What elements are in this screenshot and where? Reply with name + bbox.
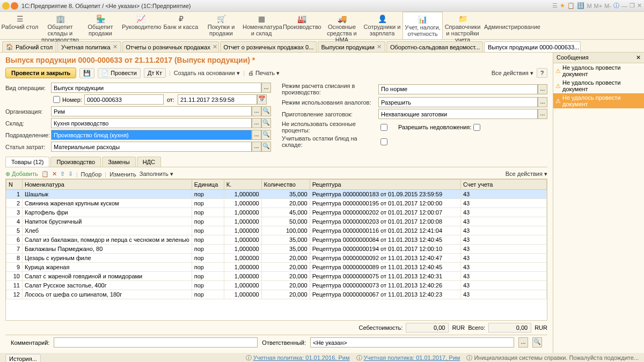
move-up-icon[interactable]: ⇧ <box>60 171 65 178</box>
m-minus-icon[interactable]: M- <box>604 3 611 9</box>
menu-assets[interactable]: 🚚Основные средства и НМА <box>322 12 362 39</box>
tab-retail-report[interactable]: Отчет о розничных продажах 0...✕ <box>220 41 317 52</box>
search-icon[interactable]: 🔍 <box>532 337 542 348</box>
prep-input[interactable] <box>378 109 538 119</box>
add-button[interactable]: ⊕ Добавить <box>5 171 38 178</box>
m-plus-icon[interactable]: M+ <box>594 3 603 9</box>
menu-purchases[interactable]: 🛒Покупки и продажи <box>201 12 241 39</box>
dropdown-icon[interactable]: ... <box>538 97 547 107</box>
table-row[interactable]: 9Курица жаренаяпор1,00000020,000Рецептур… <box>6 263 547 272</box>
menu-nomenclature[interactable]: ▦Номенклатура и склад <box>241 12 282 39</box>
close-icon[interactable]: ✕ <box>316 43 316 50</box>
tab-production[interactable]: Производство <box>50 157 101 167</box>
m-icon[interactable]: M <box>587 3 591 9</box>
shortage-checkbox[interactable] <box>473 124 480 131</box>
search-icon[interactable]: 🔍 <box>261 130 271 140</box>
table-row[interactable]: 5Хлебпор1,000000100,000Рецептура 0000000… <box>6 226 547 235</box>
menu-production[interactable]: 🏭Производство <box>282 12 322 39</box>
info-icon[interactable]: ⓘ <box>613 2 619 10</box>
col-unit[interactable]: Единица <box>192 180 224 190</box>
col-account[interactable]: Счет учета <box>461 180 547 190</box>
tab-desktop[interactable]: 🏠Рабочий стол <box>2 41 56 52</box>
all-actions-button[interactable]: Все действия ▾ <box>492 70 533 77</box>
tab-retail-reports[interactable]: Отчеты о розничных продажах✕ <box>122 41 219 52</box>
message-item[interactable]: ⚠Не удалось провести документ <box>553 93 644 108</box>
select-icon[interactable]: ... <box>252 130 261 140</box>
dropdown-icon[interactable]: ... <box>261 83 271 93</box>
tab-releases[interactable]: Выпуски продукции✕ <box>318 41 385 52</box>
close-icon[interactable]: ✕ <box>113 43 118 50</box>
col-coef[interactable]: К. <box>224 180 261 190</box>
table-row[interactable]: 10Салат с жареной говядиной и помидорами… <box>6 272 547 281</box>
tab-balance[interactable]: Оборотно-сальдовая ведомост...✕ <box>386 41 483 52</box>
close-icon[interactable]: ✕ <box>636 54 641 61</box>
table-row[interactable]: 8Цезарь с куриным филепор1,00000020,000Р… <box>6 254 547 263</box>
message-item[interactable]: ⚠Не удалось провести документ <box>553 78 644 93</box>
calc-mode-input[interactable] <box>378 84 538 94</box>
favorite-icon[interactable]: ★ <box>560 2 565 9</box>
toolbar-icon[interactable]: ☰ <box>552 2 558 9</box>
menu-accounting[interactable]: 📊Учет, налоги, отчетность <box>402 12 443 39</box>
remains-checkbox[interactable] <box>380 138 387 145</box>
table-row[interactable]: 4Напиток брусничныйпор1,00000050,000Реце… <box>6 217 547 226</box>
toolbar-icon[interactable]: 🔢 <box>577 2 584 9</box>
table-row[interactable]: 7Баклажаны Пармеджано, 80пор1,00000035,0… <box>6 245 547 254</box>
select-icon[interactable]: ... <box>252 118 261 128</box>
help-icon[interactable]: ? <box>537 68 547 78</box>
menu-sales[interactable]: 🏪Общепит продажи <box>80 12 121 39</box>
toolbar-icon[interactable]: 📋 <box>567 2 575 9</box>
dropdown-icon[interactable]: ... <box>538 109 547 119</box>
menu-desktop[interactable]: ☰Рабочий стол <box>0 12 40 39</box>
table-row[interactable]: 11Салат Русское застолье, 400гпор1,00000… <box>6 281 547 290</box>
dropdown-icon[interactable]: ... <box>538 84 547 94</box>
expense-input[interactable] <box>51 142 252 152</box>
tab-release-doc[interactable]: Выпуск продукции 0000-000633...✕ <box>484 41 581 52</box>
col-nomenclature[interactable]: Номенклатура <box>23 180 192 190</box>
table-row[interactable]: 3Картофель фрипор1,00000045,000Рецептура… <box>6 208 547 217</box>
tab-goods[interactable]: Товары (12) <box>5 157 49 167</box>
comment-input[interactable] <box>54 337 258 348</box>
number-input[interactable] <box>84 94 164 105</box>
post-button[interactable]: 📄 Провести <box>98 68 141 78</box>
save-button[interactable]: 💾 <box>79 68 94 78</box>
date-input[interactable] <box>178 94 257 105</box>
close-icon[interactable]: ✕ <box>637 2 642 9</box>
maximize-icon[interactable]: ❐ <box>630 2 635 9</box>
message-item[interactable]: ⚠Не удалось провести документ <box>553 63 644 78</box>
close-icon[interactable]: ✕ <box>213 43 217 50</box>
post-close-button[interactable]: Провести и закрыть <box>5 68 76 78</box>
responsible-input[interactable] <box>310 337 514 348</box>
tab-policy[interactable]: Учетная политика✕ <box>57 41 121 52</box>
search-icon[interactable]: 🔍 <box>261 106 271 116</box>
col-n[interactable]: N <box>6 180 23 190</box>
organization-input[interactable] <box>51 106 252 116</box>
warehouse-input[interactable] <box>51 118 252 128</box>
tab-vat[interactable]: НДС <box>137 157 161 167</box>
tab-replacements[interactable]: Замены <box>102 157 135 167</box>
fill-button[interactable]: Заполнить ▾ <box>140 171 173 178</box>
table-row[interactable]: 12Лосось от шефа со шпинатом, 180гпор1,0… <box>6 290 547 299</box>
minimize-icon[interactable]: — <box>621 3 627 9</box>
change-button[interactable]: Изменить <box>109 171 136 178</box>
close-icon[interactable]: ✕ <box>377 43 382 50</box>
menu-manager[interactable]: 📈Руководителю <box>121 12 161 39</box>
table-row[interactable]: 6Салат из баклажан, помидор и перца с че… <box>6 235 547 245</box>
calendar-icon[interactable]: 📅 <box>257 94 267 105</box>
menu-staff[interactable]: 👤Сотрудники и зарплата <box>362 12 402 39</box>
checkbox[interactable] <box>53 96 60 103</box>
create-based-button[interactable]: Создать на основании ▾ <box>174 70 240 77</box>
menu-bank[interactable]: ₽Банк и касса <box>161 12 201 39</box>
select-icon[interactable]: ... <box>252 142 261 152</box>
move-down-icon[interactable]: ⇩ <box>68 171 73 178</box>
table-row[interactable]: 2Свинина жареная крупным кускомпор1,0000… <box>6 199 547 208</box>
select-icon[interactable]: ... <box>252 106 261 116</box>
print-button[interactable]: 🖨 Печать ▾ <box>248 70 280 77</box>
status-link[interactable]: Учетная политика: 01.01.2016, Рим <box>253 354 350 361</box>
seasonal-checkbox[interactable] <box>380 124 387 131</box>
table-row[interactable]: 1Шашлыкпор1,00000035,000Рецептура 000000… <box>6 190 547 199</box>
department-input[interactable] <box>51 130 252 140</box>
all-actions-button[interactable]: Все действия ▾ <box>506 171 547 177</box>
menu-admin[interactable]: Администрирование <box>483 12 523 39</box>
search-icon[interactable]: 🔍 <box>261 142 271 152</box>
menu-warehouses[interactable]: 🏢Общепит склады и производство <box>40 12 80 39</box>
